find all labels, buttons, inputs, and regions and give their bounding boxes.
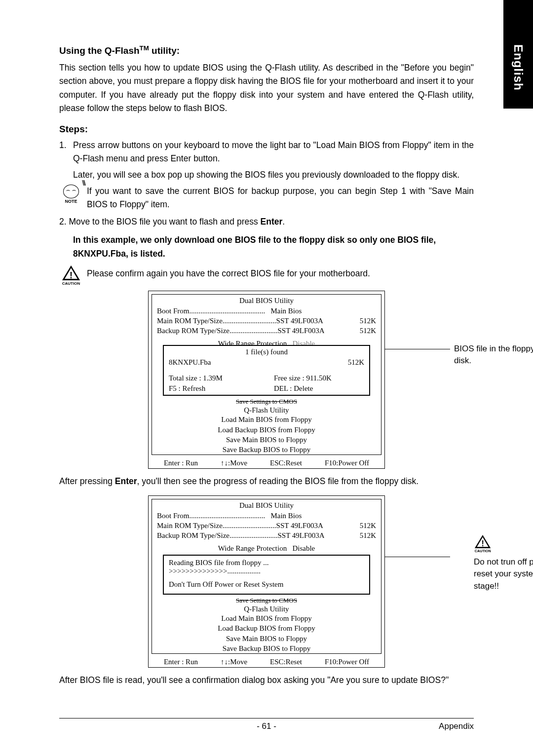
bios-screen-2: Dual BIOS Utility Boot From.............… bbox=[59, 495, 474, 668]
step-2: 2. Move to the BIOS file you want to fla… bbox=[59, 215, 474, 228]
example-bold: In this example, we only download one BI… bbox=[73, 233, 474, 261]
file-popup: 1 file(s) found 8KNXPU.Fba512K Total siz… bbox=[163, 345, 370, 396]
caution-block-1: ! CAUTION Please confirm again you have … bbox=[59, 265, 474, 286]
intro-paragraph: This section tells you how to update BIO… bbox=[59, 61, 474, 115]
after-text-2: After BIOS file is read, you'll see a co… bbox=[59, 674, 474, 687]
note-icon: \\\ NOTE bbox=[59, 185, 83, 204]
menu-list: Load Main BIOS from Floppy Load Backup B… bbox=[157, 415, 376, 454]
section-heading: Using the Q-FlashTM utility: bbox=[59, 44, 474, 56]
step-1: 1. Press arrow buttons on your keyboard … bbox=[59, 139, 474, 165]
caution-block-2: ! CAUTION Do not trun off power or reset… bbox=[474, 534, 533, 593]
step-1b: Later, you will see a box pop up showing… bbox=[59, 168, 474, 182]
caution-icon: ! CAUTION bbox=[59, 265, 83, 286]
steps-heading: Steps: bbox=[59, 124, 474, 135]
annotation-1: BIOS file in the floppy disk. bbox=[454, 343, 533, 367]
caution-icon: ! CAUTION bbox=[475, 535, 491, 553]
page-number: - 61 - bbox=[257, 721, 276, 731]
note-block: \\\ NOTE If you want to save the current… bbox=[59, 185, 474, 211]
progress-popup: Reading BIOS file from floppy ... >>>>>>… bbox=[163, 555, 370, 595]
bios-screen-1: Dual BIOS Utility Boot From.............… bbox=[59, 291, 474, 469]
appendix-label: Appendix bbox=[439, 721, 474, 731]
page-footer: - 61 - Appendix bbox=[59, 718, 474, 731]
after-text-1: After pressing Enter, you'll then see th… bbox=[59, 475, 474, 488]
